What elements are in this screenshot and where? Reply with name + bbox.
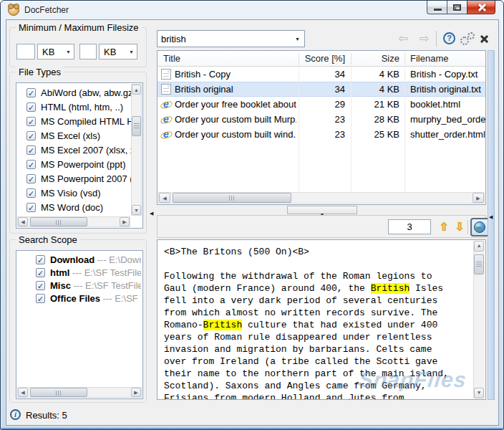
table-row[interactable]: eOrder your free booklet about...2921 KB…	[158, 97, 485, 112]
maximize-button[interactable]	[447, 1, 467, 14]
max-unit-dropdown[interactable]: KB ▼	[99, 44, 137, 59]
checkbox-checked[interactable]: ✓	[26, 174, 36, 183]
search-input[interactable]	[161, 32, 289, 45]
file-type-label: MS Excel (xls)	[41, 130, 100, 141]
app-icon	[8, 4, 19, 16]
preview-pane[interactable]: <B>The Britons (500 On)<B> Following the…	[157, 239, 486, 400]
minimize-to-tray-icon[interactable]	[479, 34, 490, 44]
minimize-button[interactable]	[427, 1, 447, 14]
file-type-item[interactable]: ✓MS Compiled HTML H	[18, 115, 132, 129]
checkbox-checked[interactable]: ✓	[36, 281, 45, 290]
preview-segment: Gaul (modern France) around 400, the	[164, 283, 371, 294]
file-type-item[interactable]: ✓MS Powerpoint 2007 (p	[18, 172, 132, 186]
cell-size: 4 KB	[352, 84, 399, 95]
scope-item[interactable]: ✓Misc --- E:\SF TestFiles\	[18, 280, 141, 293]
search-combo[interactable]: ▼	[157, 30, 305, 47]
file-type-item[interactable]: ✓MS Powerpoint (ppt)	[18, 158, 132, 172]
preferences-gear-icon[interactable]	[460, 32, 476, 46]
min-filesize-input[interactable]	[16, 44, 35, 59]
file-type-item[interactable]: ✓AbiWord (abw, abw.gz,	[18, 86, 132, 100]
table-row[interactable]: eOrder your custom built wind...2325 KBs…	[158, 127, 485, 142]
preview-sash[interactable]: ▼	[157, 205, 486, 215]
vscroll-thumb[interactable]	[474, 254, 484, 274]
collapse-left-panel-arrow[interactable]: ◀	[150, 211, 153, 216]
web-preview-button[interactable]	[470, 218, 490, 236]
scope-item[interactable]: ✓html --- E:\SF TestFiles\	[18, 267, 141, 280]
scroll-down-button[interactable]: ▼	[474, 388, 484, 398]
column-score[interactable]: Score [%]	[299, 53, 345, 64]
checkbox-checked[interactable]: ✓	[26, 131, 36, 140]
file-type-item[interactable]: ✓MS Excel (xls)	[18, 129, 132, 143]
scroll-up-button[interactable]: ▲	[474, 241, 484, 252]
scroll-up-button[interactable]: ▲	[132, 85, 141, 95]
scope-item[interactable]: ✓Download --- E:\Downl	[18, 254, 141, 267]
cell-title: British original	[175, 84, 296, 95]
scroll-down-button[interactable]: ▼	[132, 205, 141, 215]
checkbox-checked[interactable]: ✓	[26, 88, 36, 97]
right-sash[interactable]: ◀	[488, 50, 495, 400]
scroll-right-button[interactable]: ▶	[131, 388, 141, 397]
title-bar[interactable]: DocFetcher	[1, 1, 503, 19]
table-hscrollbar[interactable]: ◀ ▶	[158, 192, 485, 204]
previous-occurrence-button[interactable]: ⇧	[437, 219, 451, 234]
file-type-item[interactable]: ✓MS Excel 2007 (xlsx, xls	[18, 143, 132, 158]
chevron-down-icon[interactable]: ▼	[295, 37, 300, 42]
file-type-label: MS Visio (vsd)	[41, 188, 101, 199]
min-unit-dropdown[interactable]: KB ▼	[37, 44, 74, 59]
search-scope-hscrollbar[interactable]: ◀ ▶	[17, 387, 142, 398]
page-number-field[interactable]	[388, 219, 431, 234]
scroll-down-icon: ▼	[475, 388, 483, 398]
hscroll-thumb[interactable]	[173, 193, 291, 203]
file-type-item[interactable]: ✓HTML (html, htm, ..)	[18, 100, 132, 115]
scroll-left-button[interactable]: ◀	[159, 193, 170, 203]
min-unit-value: KB	[42, 47, 54, 57]
column-title[interactable]: Title	[163, 53, 180, 64]
table-row[interactable]: eOrder your custom built Murp...2328 KBm…	[158, 112, 485, 127]
file-type-item[interactable]: ✓MS Word (doc)	[18, 201, 132, 215]
help-icon[interactable]: ?	[443, 32, 455, 44]
file-type-item[interactable]: ✓MS Visio (vsd)	[18, 186, 132, 201]
column-filename[interactable]: Filename	[410, 53, 448, 64]
checkbox-checked[interactable]: ✓	[26, 188, 36, 198]
next-occurrence-button[interactable]: ⇩	[452, 219, 467, 234]
vscroll-thumb[interactable]	[132, 116, 141, 136]
checkbox-checked[interactable]: ✓	[26, 203, 36, 212]
collapse-right-arrow[interactable]: ◀	[489, 214, 493, 220]
file-types-vscrollbar[interactable]: ▲ ▼	[131, 84, 142, 216]
scroll-left-button[interactable]: ◀	[18, 217, 28, 226]
hscroll-thumb[interactable]	[30, 388, 87, 397]
search-scope-group: Search Scope ✓Download --- E:\Downl✓html…	[9, 239, 147, 403]
toolbar-separator	[436, 31, 437, 47]
checkbox-checked[interactable]: ✓	[26, 102, 36, 112]
checkbox-checked[interactable]: ✓	[26, 117, 36, 126]
scope-path: --- E:\SF Tes	[100, 293, 141, 304]
hscroll-thumb[interactable]	[30, 217, 87, 226]
scroll-left-button[interactable]: ◀	[18, 388, 28, 397]
checkbox-checked[interactable]: ✓	[26, 145, 36, 155]
close-button[interactable]	[467, 1, 495, 14]
preview-segment: Isles	[410, 283, 443, 294]
scope-name: html	[50, 267, 69, 278]
table-header[interactable]: Title Score [%] Size Filename	[158, 51, 485, 67]
max-filesize-input[interactable]	[79, 44, 97, 59]
toolbar-separator	[467, 220, 468, 234]
scope-item[interactable]: ✓Office Files --- E:\SF Tes	[18, 293, 141, 306]
table-row[interactable]: British - Copy344 KBBritish - Copy.txt	[158, 67, 485, 82]
cell-title: Order your custom built wind...	[175, 129, 296, 140]
checkbox-checked[interactable]: ✓	[36, 268, 45, 277]
column-size[interactable]: Size	[352, 53, 399, 64]
file-types-hscrollbar[interactable]: ◀ ▶	[17, 216, 130, 227]
checkbox-checked[interactable]: ✓	[36, 255, 45, 264]
scroll-right-button[interactable]: ▶	[120, 217, 130, 226]
table-row[interactable]: British original344 KBBritish original.t…	[158, 82, 485, 97]
preview-vscrollbar[interactable]: ▲ ▼	[473, 241, 485, 398]
preview-line: invasion and migration by barbarians. Ce…	[164, 344, 471, 356]
scroll-right-button[interactable]: ▶	[472, 193, 484, 203]
forward-button[interactable]: ⇨	[417, 32, 432, 46]
checkbox-checked[interactable]: ✓	[36, 294, 45, 303]
filesize-legend: Minimum / Maximum Filesize	[16, 22, 142, 33]
collapse-preview-button[interactable]: ▼	[287, 206, 357, 214]
back-button[interactable]: ⇦	[395, 32, 411, 46]
cell-filename: shutter_order.html	[410, 129, 486, 140]
checkbox-checked[interactable]: ✓	[26, 160, 36, 169]
